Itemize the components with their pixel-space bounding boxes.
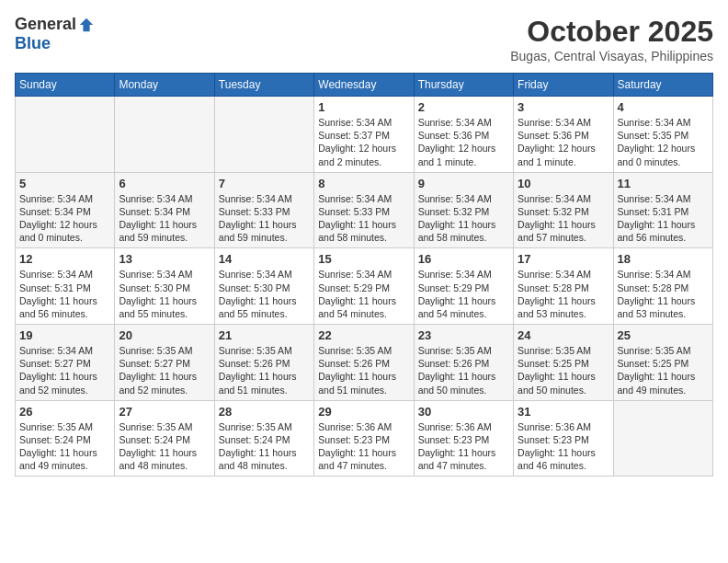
day-info: Sunrise: 5:36 AM Sunset: 5:23 PM Dayligh…: [318, 420, 409, 473]
day-info: Sunrise: 5:34 AM Sunset: 5:27 PM Dayligh…: [19, 344, 110, 396]
calendar-header-row: SundayMondayTuesdayWednesdayThursdayFrid…: [16, 74, 713, 97]
day-number: 14: [219, 252, 310, 266]
calendar-cell: 6Sunrise: 5:34 AM Sunset: 5:34 PM Daylig…: [115, 172, 214, 248]
calendar-cell: 22Sunrise: 5:35 AM Sunset: 5:26 PM Dayli…: [314, 325, 414, 401]
calendar-week-row: 26Sunrise: 5:35 AM Sunset: 5:24 PM Dayli…: [16, 400, 713, 477]
day-info: Sunrise: 5:35 AM Sunset: 5:25 PM Dayligh…: [518, 344, 609, 396]
day-info: Sunrise: 5:34 AM Sunset: 5:29 PM Dayligh…: [318, 268, 409, 320]
calendar-cell: 18Sunrise: 5:34 AM Sunset: 5:28 PM Dayli…: [613, 248, 712, 325]
day-info: Sunrise: 5:34 AM Sunset: 5:35 PM Dayligh…: [618, 116, 709, 168]
day-info: Sunrise: 5:34 AM Sunset: 5:32 PM Dayligh…: [418, 192, 509, 245]
calendar-cell: [214, 97, 313, 173]
day-number: 27: [119, 405, 210, 419]
day-info: Sunrise: 5:35 AM Sunset: 5:24 PM Dayligh…: [219, 420, 310, 473]
calendar-cell: 9Sunrise: 5:34 AM Sunset: 5:32 PM Daylig…: [414, 172, 513, 248]
day-number: 3: [518, 100, 609, 114]
calendar-cell: 25Sunrise: 5:35 AM Sunset: 5:25 PM Dayli…: [613, 325, 712, 401]
day-number: 5: [19, 177, 110, 190]
calendar-cell: 4Sunrise: 5:34 AM Sunset: 5:35 PM Daylig…: [613, 97, 712, 173]
weekday-header: Thursday: [414, 74, 513, 97]
day-info: Sunrise: 5:34 AM Sunset: 5:29 PM Dayligh…: [418, 268, 509, 320]
calendar-cell: 16Sunrise: 5:34 AM Sunset: 5:29 PM Dayli…: [414, 248, 513, 325]
weekday-header: Monday: [115, 74, 214, 97]
title-section: October 2025 Bugas, Central Visayas, Phi…: [510, 15, 713, 63]
day-info: Sunrise: 5:34 AM Sunset: 5:34 PM Dayligh…: [19, 192, 110, 245]
day-number: 7: [219, 177, 310, 190]
day-info: Sunrise: 5:34 AM Sunset: 5:31 PM Dayligh…: [618, 192, 709, 245]
month-title: October 2025: [510, 15, 713, 49]
calendar-cell: 5Sunrise: 5:34 AM Sunset: 5:34 PM Daylig…: [16, 172, 115, 248]
calendar-cell: [16, 97, 115, 173]
day-number: 8: [318, 177, 409, 190]
weekday-header: Friday: [514, 74, 613, 97]
day-number: 1: [318, 100, 409, 114]
calendar-cell: 27Sunrise: 5:35 AM Sunset: 5:24 PM Dayli…: [115, 400, 214, 477]
calendar-cell: 8Sunrise: 5:34 AM Sunset: 5:33 PM Daylig…: [314, 172, 414, 248]
day-info: Sunrise: 5:34 AM Sunset: 5:31 PM Dayligh…: [19, 268, 110, 320]
day-info: Sunrise: 5:36 AM Sunset: 5:23 PM Dayligh…: [518, 420, 609, 473]
day-info: Sunrise: 5:34 AM Sunset: 5:28 PM Dayligh…: [618, 268, 709, 320]
day-number: 18: [618, 252, 709, 266]
day-number: 13: [119, 252, 210, 266]
day-number: 16: [418, 252, 509, 266]
logo-general-text: General: [15, 15, 76, 34]
calendar-cell: 31Sunrise: 5:36 AM Sunset: 5:23 PM Dayli…: [514, 400, 613, 477]
calendar-cell: 28Sunrise: 5:35 AM Sunset: 5:24 PM Dayli…: [214, 400, 313, 477]
calendar-cell: 26Sunrise: 5:35 AM Sunset: 5:24 PM Dayli…: [16, 400, 115, 477]
calendar-cell: 10Sunrise: 5:34 AM Sunset: 5:32 PM Dayli…: [514, 172, 613, 248]
calendar-cell: 30Sunrise: 5:36 AM Sunset: 5:23 PM Dayli…: [414, 400, 513, 477]
day-info: Sunrise: 5:34 AM Sunset: 5:36 PM Dayligh…: [418, 116, 509, 168]
calendar-week-row: 19Sunrise: 5:34 AM Sunset: 5:27 PM Dayli…: [16, 325, 713, 401]
day-info: Sunrise: 5:34 AM Sunset: 5:34 PM Dayligh…: [119, 192, 210, 245]
calendar-cell: 14Sunrise: 5:34 AM Sunset: 5:30 PM Dayli…: [214, 248, 313, 325]
weekday-header: Saturday: [613, 74, 712, 97]
day-number: 12: [19, 252, 110, 266]
day-number: 11: [618, 177, 709, 190]
day-info: Sunrise: 5:34 AM Sunset: 5:33 PM Dayligh…: [318, 192, 409, 245]
day-number: 4: [618, 100, 709, 114]
day-number: 22: [318, 328, 409, 342]
calendar-cell: 24Sunrise: 5:35 AM Sunset: 5:25 PM Dayli…: [514, 325, 613, 401]
day-number: 30: [418, 405, 509, 419]
day-info: Sunrise: 5:34 AM Sunset: 5:33 PM Dayligh…: [219, 192, 310, 245]
calendar-cell: 12Sunrise: 5:34 AM Sunset: 5:31 PM Dayli…: [16, 248, 115, 325]
day-number: 25: [618, 328, 709, 342]
page-header: General Blue October 2025 Bugas, Central…: [15, 15, 713, 63]
day-number: 17: [518, 252, 609, 266]
day-number: 23: [418, 328, 509, 342]
day-number: 28: [219, 405, 310, 419]
day-number: 10: [518, 177, 609, 190]
day-info: Sunrise: 5:34 AM Sunset: 5:37 PM Dayligh…: [318, 116, 409, 168]
day-info: Sunrise: 5:35 AM Sunset: 5:26 PM Dayligh…: [318, 344, 409, 396]
day-number: 15: [318, 252, 409, 266]
day-info: Sunrise: 5:35 AM Sunset: 5:25 PM Dayligh…: [618, 344, 709, 396]
calendar-cell: [613, 400, 712, 477]
weekday-header: Tuesday: [214, 74, 313, 97]
day-number: 29: [318, 405, 409, 419]
calendar-week-row: 12Sunrise: 5:34 AM Sunset: 5:31 PM Dayli…: [16, 248, 713, 325]
day-number: 24: [518, 328, 609, 342]
calendar-week-row: 5Sunrise: 5:34 AM Sunset: 5:34 PM Daylig…: [16, 172, 713, 248]
day-number: 20: [119, 328, 210, 342]
logo-blue-text: Blue: [15, 34, 51, 52]
calendar-cell: 7Sunrise: 5:34 AM Sunset: 5:33 PM Daylig…: [214, 172, 313, 248]
weekday-header: Wednesday: [314, 74, 414, 97]
calendar-cell: 15Sunrise: 5:34 AM Sunset: 5:29 PM Dayli…: [314, 248, 414, 325]
calendar-cell: 3Sunrise: 5:34 AM Sunset: 5:36 PM Daylig…: [514, 97, 613, 173]
calendar-cell: 1Sunrise: 5:34 AM Sunset: 5:37 PM Daylig…: [314, 97, 414, 173]
calendar-cell: [115, 97, 214, 173]
weekday-header: Sunday: [16, 74, 115, 97]
day-info: Sunrise: 5:34 AM Sunset: 5:30 PM Dayligh…: [219, 268, 310, 320]
calendar-table: SundayMondayTuesdayWednesdayThursdayFrid…: [15, 73, 713, 477]
calendar-cell: 13Sunrise: 5:34 AM Sunset: 5:30 PM Dayli…: [115, 248, 214, 325]
day-info: Sunrise: 5:35 AM Sunset: 5:24 PM Dayligh…: [19, 420, 110, 473]
day-info: Sunrise: 5:34 AM Sunset: 5:32 PM Dayligh…: [518, 192, 609, 245]
logo-icon: [78, 17, 95, 33]
calendar-cell: 11Sunrise: 5:34 AM Sunset: 5:31 PM Dayli…: [613, 172, 712, 248]
day-info: Sunrise: 5:35 AM Sunset: 5:24 PM Dayligh…: [119, 420, 210, 473]
day-info: Sunrise: 5:34 AM Sunset: 5:36 PM Dayligh…: [518, 116, 609, 168]
day-number: 9: [418, 177, 509, 190]
svg-marker-0: [80, 17, 93, 30]
day-number: 6: [119, 177, 210, 190]
day-number: 21: [219, 328, 310, 342]
